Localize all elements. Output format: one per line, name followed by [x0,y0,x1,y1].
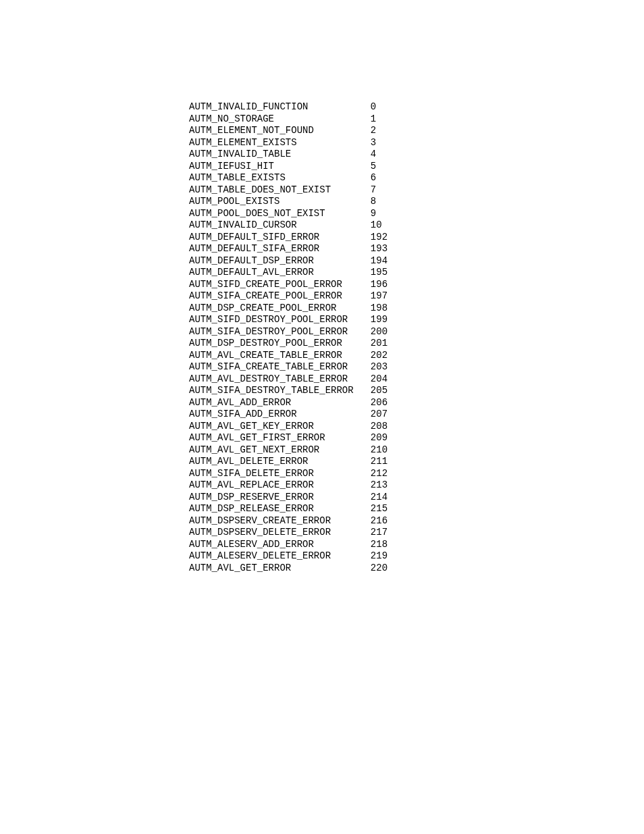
constant-name: AUTM_AVL_DESTROY_TABLE_ERROR [189,373,371,386]
code-row: AUTM_AVL_ADD_ERROR206 [189,397,644,409]
constant-value: 193 [371,243,387,255]
code-row: AUTM_POOL_DOES_NOT_EXIST9 [189,208,644,220]
constant-value: 200 [371,326,387,338]
code-row: AUTM_ALESERV_ADD_ERROR218 [189,539,644,551]
constant-name: AUTM_AVL_DELETE_ERROR [189,456,371,468]
constant-name: AUTM_AVL_GET_NEXT_ERROR [189,444,371,457]
code-row: AUTM_SIFA_DESTROY_TABLE_ERROR205 [189,385,644,397]
code-row: AUTM_SIFA_ADD_ERROR207 [189,409,644,421]
constant-value: 4 [371,149,376,161]
constant-name: AUTM_DSPSERV_CREATE_ERROR [189,515,371,527]
constant-name: AUTM_ALESERV_ADD_ERROR [189,539,371,551]
code-row: AUTM_DSP_RELEASE_ERROR215 [189,503,644,515]
constant-value: 199 [371,314,387,326]
constant-value: 217 [371,527,387,539]
code-row: AUTM_POOL_EXISTS8 [189,196,644,208]
code-row: AUTM_ALESERV_DELETE_ERROR219 [189,550,644,563]
constant-value: 198 [371,303,387,315]
constant-value: 205 [371,385,387,397]
code-row: AUTM_INVALID_FUNCTION0 [189,101,644,113]
code-row: AUTM_SIFA_CREATE_POOL_ERROR197 [189,290,644,303]
code-row: AUTM_DEFAULT_SIFA_ERROR193 [189,243,644,255]
constant-value: 201 [371,338,387,350]
constant-name: AUTM_DSP_CREATE_POOL_ERROR [189,303,371,315]
constant-value: 213 [371,479,387,492]
code-row: AUTM_AVL_GET_ERROR220 [189,563,644,575]
code-row: AUTM_DSPSERV_CREATE_ERROR216 [189,515,644,527]
constant-name: AUTM_INVALID_FUNCTION [189,101,371,113]
constant-value: 207 [371,409,387,421]
code-row: AUTM_AVL_REPLACE_ERROR213 [189,479,644,492]
constant-value: 202 [371,350,387,362]
constant-name: AUTM_DSPSERV_DELETE_ERROR [189,527,371,539]
code-row: AUTM_ELEMENT_NOT_FOUND2 [189,125,644,137]
code-row: AUTM_NO_STORAGE1 [189,113,644,126]
code-row: AUTM_SIFA_DESTROY_POOL_ERROR200 [189,326,644,338]
constant-value: 8 [371,196,376,208]
constant-name: AUTM_INVALID_CURSOR [189,219,371,232]
code-row: AUTM_AVL_DESTROY_TABLE_ERROR204 [189,373,644,386]
constant-name: AUTM_TABLE_DOES_NOT_EXIST [189,184,371,197]
code-row: AUTM_SIFD_CREATE_POOL_ERROR196 [189,279,644,291]
constant-value: 216 [371,515,387,527]
constant-value: 209 [371,432,387,444]
constant-value: 218 [371,539,387,551]
constant-name: AUTM_DSP_RELEASE_ERROR [189,503,371,515]
constant-value: 204 [371,373,387,386]
code-row: AUTM_DEFAULT_DSP_ERROR194 [189,255,644,267]
constant-name: AUTM_POOL_EXISTS [189,196,371,208]
code-listing: AUTM_INVALID_FUNCTION0AUTM_NO_STORAGE1AU… [0,0,644,574]
constant-value: 2 [371,125,376,137]
code-row: AUTM_IEFUSI_HIT5 [189,161,644,173]
constant-name: AUTM_SIFA_CREATE_TABLE_ERROR [189,361,371,373]
code-row: AUTM_SIFA_DELETE_ERROR212 [189,468,644,480]
constant-value: 196 [371,279,387,291]
constant-name: AUTM_NO_STORAGE [189,113,371,126]
code-row: AUTM_DEFAULT_AVL_ERROR195 [189,267,644,279]
constant-value: 10 [371,219,382,232]
constant-name: AUTM_SIFA_DESTROY_TABLE_ERROR [189,385,371,397]
constant-name: AUTM_AVL_GET_KEY_ERROR [189,421,371,433]
constant-name: AUTM_AVL_GET_FIRST_ERROR [189,432,371,444]
constant-name: AUTM_IEFUSI_HIT [189,161,371,173]
code-row: AUTM_DSP_DESTROY_POOL_ERROR201 [189,338,644,350]
constant-value: 211 [371,456,387,468]
constant-name: AUTM_DEFAULT_SIFD_ERROR [189,232,371,244]
constant-name: AUTM_AVL_REPLACE_ERROR [189,479,371,492]
constant-value: 195 [371,267,387,279]
constant-value: 9 [371,208,376,220]
constant-value: 206 [371,397,387,409]
constant-name: AUTM_DEFAULT_AVL_ERROR [189,267,371,279]
constant-name: AUTM_INVALID_TABLE [189,149,371,161]
constant-name: AUTM_AVL_ADD_ERROR [189,397,371,409]
constant-value: 192 [371,232,387,244]
code-row: AUTM_DSPSERV_DELETE_ERROR217 [189,527,644,539]
constant-value: 0 [371,101,376,113]
constant-value: 219 [371,550,387,563]
constant-name: AUTM_SIFD_DESTROY_POOL_ERROR [189,314,371,326]
constant-name: AUTM_SIFD_CREATE_POOL_ERROR [189,279,371,291]
constant-name: AUTM_ELEMENT_NOT_FOUND [189,125,371,137]
code-row: AUTM_TABLE_DOES_NOT_EXIST7 [189,184,644,197]
constant-value: 3 [371,137,376,149]
constant-name: AUTM_DSP_RESERVE_ERROR [189,492,371,504]
code-row: AUTM_SIFA_CREATE_TABLE_ERROR203 [189,361,644,373]
constant-name: AUTM_DSP_DESTROY_POOL_ERROR [189,338,371,350]
constant-value: 203 [371,361,387,373]
constant-value: 5 [371,161,376,173]
code-row: AUTM_ELEMENT_EXISTS3 [189,137,644,149]
constant-value: 215 [371,503,387,515]
constant-name: AUTM_AVL_CREATE_TABLE_ERROR [189,350,371,362]
code-row: AUTM_AVL_CREATE_TABLE_ERROR202 [189,350,644,362]
constant-name: AUTM_DEFAULT_SIFA_ERROR [189,243,371,255]
constant-value: 6 [371,172,376,184]
code-row: AUTM_INVALID_TABLE4 [189,149,644,161]
constant-name: AUTM_SIFA_DESTROY_POOL_ERROR [189,326,371,338]
code-row: AUTM_AVL_GET_KEY_ERROR208 [189,421,644,433]
constant-value: 210 [371,444,387,457]
code-row: AUTM_AVL_GET_FIRST_ERROR209 [189,432,644,444]
constant-value: 214 [371,492,387,504]
constant-name: AUTM_POOL_DOES_NOT_EXIST [189,208,371,220]
constant-value: 1 [371,113,376,126]
constant-value: 197 [371,290,387,303]
